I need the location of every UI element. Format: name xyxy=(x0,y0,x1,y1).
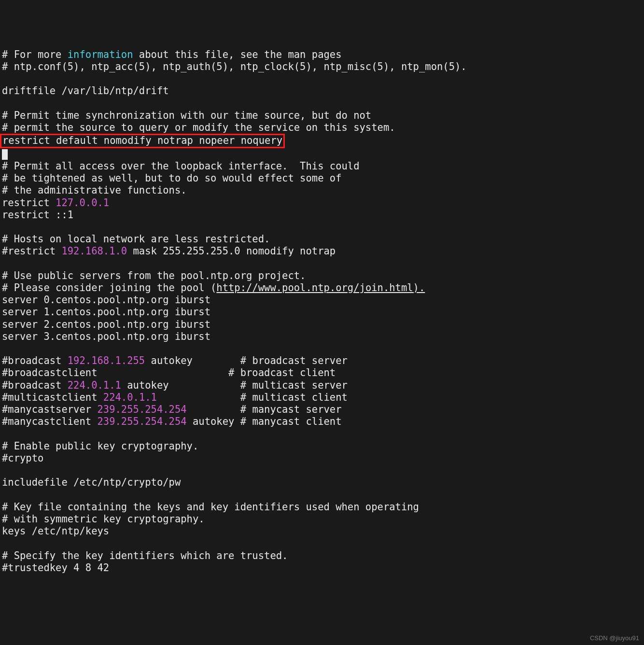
term-line: # Permit all access over the loopback in… xyxy=(2,160,360,172)
term-line: # be tightened as well, but to do so wou… xyxy=(2,172,342,184)
term-line: server 3.centos.pool.ntp.org iburst xyxy=(2,331,210,342)
term-line: # permit the source to query or modify t… xyxy=(2,122,395,133)
term-line: # Hosts on local network are less restri… xyxy=(2,233,270,245)
cursor xyxy=(2,149,8,160)
term-line: #manycastclient 239.255.254.254 autokey … xyxy=(2,416,342,427)
term-line: # Key file containing the keys and key i… xyxy=(2,501,419,513)
ip-address: 224.0.1.1 xyxy=(68,379,121,391)
term-line: # Specify the key identifiers which are … xyxy=(2,550,288,561)
term-line: # the administrative functions. xyxy=(2,184,187,196)
term-line: #crypto xyxy=(2,452,43,464)
ip-address: 192.168.1.0 xyxy=(61,245,127,257)
term-line: server 0.centos.pool.ntp.org iburst xyxy=(2,294,210,306)
term-line: # For more information about this file, … xyxy=(2,49,342,60)
term-line: #broadcastclient # broadcast client xyxy=(2,367,336,379)
terminal-view[interactable]: # For more information about this file, … xyxy=(2,49,642,574)
url-link: http://www.pool.ntp.org/join.html). xyxy=(216,282,425,294)
term-line: restrict ::1 xyxy=(2,209,73,221)
annotation-highlight: restrict default nomodify notrap nopeer … xyxy=(0,134,285,148)
ip-address: 239.255.254.254 xyxy=(97,416,186,427)
highlighted-word: information xyxy=(68,49,133,60)
term-line: restrict 127.0.0.1 xyxy=(2,197,109,209)
term-line: # Use public servers from the pool.ntp.o… xyxy=(2,270,306,281)
watermark: CSDN @jiuyou91 xyxy=(590,634,639,642)
term-line: #restrict 192.168.1.0 mask 255.255.255.0… xyxy=(2,245,336,257)
term-line: #trustedkey 4 8 42 xyxy=(2,562,109,574)
term-line: # Permit time synchronization with our t… xyxy=(2,110,371,121)
term-line: #broadcast 192.168.1.255 autokey # broad… xyxy=(2,355,348,366)
term-line: # with symmetric key cryptography. xyxy=(2,513,205,525)
term-line: # Please consider joining the pool (http… xyxy=(2,282,425,294)
term-line: includefile /etc/ntp/crypto/pw xyxy=(2,477,181,488)
term-line: #multicastclient 224.0.1.1 # multicast c… xyxy=(2,392,348,403)
term-line: server 1.centos.pool.ntp.org iburst xyxy=(2,306,210,318)
term-line: # Enable public key cryptography. xyxy=(2,440,198,452)
term-line: restrict default nomodify notrap nopeer … xyxy=(2,135,282,146)
term-line: #manycastserver 239.255.254.254 # manyca… xyxy=(2,404,342,415)
ip-address: 127.0.0.1 xyxy=(56,197,109,209)
ip-address: 192.168.1.255 xyxy=(68,355,145,366)
term-line: server 2.centos.pool.ntp.org iburst xyxy=(2,319,210,330)
term-line: driftfile /var/lib/ntp/drift xyxy=(2,85,169,97)
ip-address: 224.0.1.1 xyxy=(103,392,157,403)
term-line: #broadcast 224.0.1.1 autokey # multicast… xyxy=(2,379,348,391)
ip-address: 239.255.254.254 xyxy=(97,404,186,415)
term-line: keys /etc/ntp/keys xyxy=(2,525,109,537)
term-line: # ntp.conf(5), ntp_acc(5), ntp_auth(5), … xyxy=(2,61,467,72)
